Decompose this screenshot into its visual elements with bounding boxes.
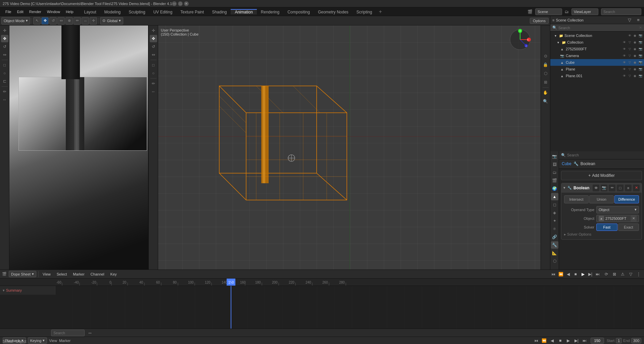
- tree-item-plane001[interactable]: ▲ Plane.001 👁 ▽ ◉ 📷: [550, 72, 644, 79]
- transport-next-key[interactable]: ▶|: [573, 337, 580, 344]
- menu-window[interactable]: Window: [44, 9, 63, 14]
- add-workspace-button[interactable]: +: [376, 9, 384, 15]
- modifier-name[interactable]: Boolean: [573, 186, 591, 190]
- viewlayer-input[interactable]: [571, 8, 598, 15]
- tab-animation[interactable]: Animation: [231, 9, 257, 14]
- tab-geometry-nodes[interactable]: Geometry Nodes: [314, 9, 353, 14]
- play-next-icon[interactable]: ▶|: [587, 271, 594, 278]
- solver-fast-btn[interactable]: Fast: [596, 224, 617, 231]
- left-viewport[interactable]: ✛ ✥ ↺ ⇔ □ ○ ⊏ ✏ ↔: [0, 26, 149, 269]
- play-back-icon[interactable]: ◀: [565, 271, 571, 278]
- start-value[interactable]: 1: [616, 338, 622, 343]
- plane001-select[interactable]: ◉: [633, 73, 637, 78]
- summary-channel-label[interactable]: ▾ Summary: [0, 286, 55, 295]
- breadcrumb-cube[interactable]: Cube: [562, 161, 571, 166]
- tl-options-icon[interactable]: ⋮: [635, 271, 642, 278]
- prop-constraints-icon[interactable]: 🔗: [551, 233, 558, 241]
- global-search-input[interactable]: [601, 8, 641, 15]
- viewport-rotate-icon[interactable]: ↺: [49, 17, 57, 24]
- tl-view-btn[interactable]: View: [41, 272, 53, 277]
- prop-shader-icon[interactable]: ⬡: [551, 257, 558, 265]
- tab-texture-paint[interactable]: Texture Paint: [176, 9, 208, 14]
- coll-render[interactable]: 📷: [638, 40, 643, 45]
- lv-scale-icon[interactable]: ⇔: [1, 51, 8, 58]
- properties-search-input[interactable]: [566, 153, 642, 157]
- transport-stop[interactable]: ■: [557, 337, 564, 344]
- menu-help[interactable]: Help: [63, 9, 76, 14]
- sc-select[interactable]: ◉: [633, 33, 637, 38]
- tl-select-btn[interactable]: Select: [55, 272, 69, 277]
- close-button[interactable]: ✕: [184, 1, 189, 6]
- viewport-select-icon[interactable]: ↖: [33, 17, 41, 24]
- plane-filter[interactable]: ▽: [627, 67, 632, 71]
- cube-render[interactable]: 📷: [638, 60, 643, 65]
- viewport-cursor-icon[interactable]: ✛: [90, 17, 97, 24]
- mod-edit-icon[interactable]: ✏: [609, 185, 615, 191]
- tab-shading[interactable]: Shading: [208, 9, 231, 14]
- viewport-transform-icon[interactable]: ⊕: [65, 17, 73, 24]
- cube-filter[interactable]: ▽: [627, 60, 632, 65]
- prop-particles-icon[interactable]: ✦: [551, 217, 558, 225]
- plane001-eye[interactable]: 👁: [622, 73, 627, 78]
- object-clear-btn[interactable]: ✕: [631, 215, 637, 222]
- rvr-zoom-icon[interactable]: 🔍: [542, 98, 549, 105]
- prop-output-icon[interactable]: 🖼: [551, 161, 558, 168]
- viewport-move-icon[interactable]: ✥: [41, 17, 49, 24]
- maximize-button[interactable]: □: [178, 1, 183, 6]
- cube-select[interactable]: ◉: [633, 60, 637, 65]
- prop-scene-icon[interactable]: 🎬: [551, 177, 558, 184]
- tab-layout[interactable]: Layout: [80, 9, 100, 14]
- lv-cursor-icon[interactable]: ✛: [1, 27, 8, 34]
- prop-world-icon[interactable]: 🌍: [551, 185, 558, 192]
- navigation-gizmo[interactable]: X Y Z: [509, 28, 532, 51]
- transport-jump-start[interactable]: ⏮: [533, 337, 540, 344]
- transform-pivot-dropdown[interactable]: ⊙ Global ▾: [100, 17, 123, 24]
- current-frame-display[interactable]: 150: [591, 338, 604, 344]
- play-stop-icon[interactable]: ■: [572, 271, 579, 278]
- tab-rendering[interactable]: Rendering: [257, 9, 283, 14]
- play-icon-2[interactable]: ⏪: [557, 271, 564, 278]
- coll-filter[interactable]: ▽: [627, 40, 632, 45]
- transport-play-rev[interactable]: ◀: [549, 337, 556, 344]
- viewport-measure-icon[interactable]: ↔: [82, 17, 89, 24]
- item1-render[interactable]: 📷: [638, 47, 643, 51]
- menu-file[interactable]: File: [3, 9, 14, 14]
- cam-filter[interactable]: ▽: [627, 53, 632, 58]
- lv-measure-icon[interactable]: ↔: [1, 96, 8, 103]
- prop-view-layer-icon[interactable]: 🗂: [551, 169, 558, 176]
- prop-material-icon[interactable]: ◈: [551, 209, 558, 216]
- view-bottom-btn[interactable]: View: [49, 339, 57, 343]
- rv-scale-icon[interactable]: ⇔: [150, 51, 157, 58]
- mod-cage-icon[interactable]: □: [617, 185, 624, 191]
- bool-difference-btn[interactable]: Difference: [614, 195, 639, 203]
- tree-item-27525000ft[interactable]: ▲ 27525000FT 👁 ▽ ◉ 📷: [550, 46, 644, 52]
- sc-render[interactable]: 📷: [638, 33, 643, 38]
- cam-render[interactable]: 📷: [638, 53, 643, 58]
- rvr-overlay-icon[interactable]: ⊞: [542, 79, 549, 86]
- end-value[interactable]: 300: [631, 338, 641, 343]
- plane-eye[interactable]: 👁: [622, 67, 627, 71]
- item1-filter[interactable]: ▽: [627, 47, 632, 51]
- rv-annotate-icon[interactable]: ✏: [150, 80, 157, 87]
- lv-rotate-icon[interactable]: ↺: [1, 43, 8, 50]
- rv-move-icon[interactable]: ✥: [150, 35, 157, 42]
- tab-sculpting[interactable]: Sculpting: [125, 9, 149, 14]
- tree-item-scene-collection[interactable]: ▾ 📁 Scene Collection 👁 ◉ 📷: [550, 32, 644, 39]
- bool-union-btn[interactable]: Union: [589, 195, 614, 203]
- minimize-button[interactable]: —: [172, 1, 177, 6]
- menu-edit[interactable]: Edit: [14, 9, 26, 14]
- operand-type-value[interactable]: Object ▾: [596, 206, 639, 213]
- cam-select[interactable]: ◉: [633, 53, 637, 58]
- rvr-hand-icon[interactable]: ✋: [542, 89, 549, 96]
- mod-menu-icon[interactable]: ≡: [625, 185, 632, 191]
- timeline-search-input[interactable]: [51, 330, 85, 336]
- rvr-view-icon[interactable]: ⊙: [542, 52, 549, 60]
- tl-channel-btn[interactable]: Channel: [89, 272, 106, 277]
- mod-close-icon[interactable]: ✕: [633, 185, 640, 191]
- plane-select[interactable]: ◉: [633, 67, 637, 71]
- tl-warn-icon[interactable]: ⚠: [619, 271, 626, 278]
- breadcrumb-boolean[interactable]: Boolean: [581, 161, 595, 166]
- outliner-search-clear[interactable]: ✕: [639, 26, 642, 30]
- lv-box-select-icon[interactable]: □: [1, 61, 8, 69]
- coll-eye[interactable]: 👁: [622, 40, 627, 45]
